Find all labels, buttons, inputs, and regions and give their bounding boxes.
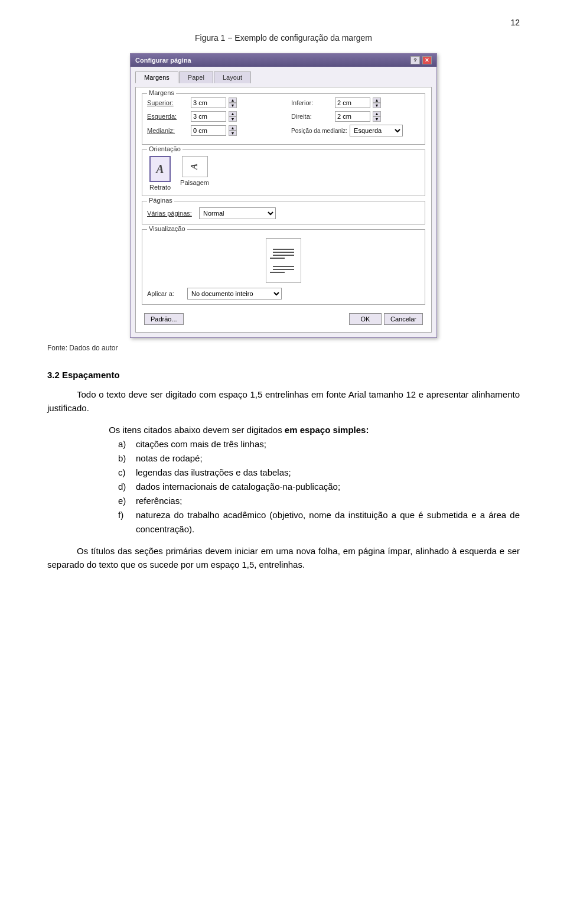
ok-button[interactable]: OK bbox=[349, 313, 382, 325]
preview-line-6 bbox=[273, 269, 295, 270]
apply-label: Aplicar a: bbox=[147, 290, 183, 297]
inferior-input[interactable] bbox=[335, 97, 370, 108]
list-item-a: a) citações com mais de três linhas; bbox=[118, 437, 520, 451]
list-item-text-c: legendas das ilustrações e das tabelas; bbox=[136, 466, 291, 480]
retrato-icon[interactable]: A bbox=[149, 156, 171, 182]
direita-label: Direita: bbox=[291, 113, 333, 120]
medianiz-label: Medianiz: bbox=[147, 127, 188, 134]
page-preview bbox=[266, 238, 301, 283]
superior-input[interactable] bbox=[191, 97, 226, 108]
viz-legend: Visualização bbox=[147, 225, 187, 232]
page-number: 12 bbox=[47, 18, 520, 27]
esquerda-up[interactable]: ▲ bbox=[229, 111, 237, 116]
preview-line-2 bbox=[273, 252, 295, 253]
esquerda-down[interactable]: ▼ bbox=[229, 116, 237, 122]
list-item-text-f: natureza do trabalho acadêmico (objetivo… bbox=[136, 508, 520, 536]
direita-input[interactable] bbox=[335, 111, 370, 122]
medianiz-input[interactable] bbox=[191, 125, 226, 136]
medianiz-up[interactable]: ▲ bbox=[229, 125, 237, 131]
ok-cancel-buttons: OK Cancelar bbox=[349, 313, 423, 325]
posicao-label: Posição da medianiz: bbox=[291, 128, 347, 134]
list-intro-bold: em espaço simples: bbox=[285, 425, 369, 435]
apply-dropdown[interactable]: No documento inteiro bbox=[187, 288, 282, 300]
orientation-row: A Retrato A Paisagem bbox=[149, 156, 420, 191]
margins-row-1: Superior: ▲ ▼ Inferior: ▲ bbox=[147, 97, 420, 108]
dialog-tabs: Margens Papel Layout bbox=[135, 71, 432, 83]
orientation-section: Orientação A Retrato A Paisage bbox=[142, 149, 425, 196]
posicao-dropdown[interactable]: Esquerda bbox=[350, 125, 403, 136]
paisagem-icon[interactable]: A bbox=[182, 156, 208, 177]
list-item-text-d: dados internacionais de catalogação-na-p… bbox=[136, 480, 340, 494]
margins-section: Margens Superior: ▲ ▼ Inferior: bbox=[142, 93, 425, 145]
list-section: Os itens citados abaixo devem ser digita… bbox=[47, 423, 520, 536]
section-heading: 3.2 Espaçamento bbox=[47, 370, 520, 380]
pages-section: Páginas Várias páginas: Normal bbox=[142, 201, 425, 225]
tab-papel[interactable]: Papel bbox=[179, 71, 213, 83]
default-button[interactable]: Padrão... bbox=[144, 313, 184, 325]
list-item-label-b: b) bbox=[118, 451, 136, 466]
direita-down[interactable]: ▼ bbox=[373, 116, 381, 122]
pages-dropdown[interactable]: Normal bbox=[199, 207, 276, 219]
preview-line-1 bbox=[273, 249, 295, 250]
list-item-d: d) dados internacionais de catalogação-n… bbox=[118, 480, 520, 494]
figure-caption: Figura 1 − Exemplo de configuração da ma… bbox=[47, 33, 520, 43]
apply-row: Aplicar a: No documento inteiro bbox=[147, 288, 420, 300]
tab-margens[interactable]: Margens bbox=[135, 71, 178, 83]
direita-field-group: Direita: ▲ ▼ bbox=[291, 111, 420, 122]
preview-line-4 bbox=[270, 258, 285, 259]
close-button[interactable]: ✕ bbox=[422, 56, 432, 64]
esquerda-input[interactable] bbox=[191, 111, 226, 122]
dialog-bottom: Padrão... OK Cancelar bbox=[142, 310, 425, 326]
list-items: a) citações com mais de três linhas; b) … bbox=[118, 437, 520, 536]
paragraph-3: Os títulos das seções primárias devem in… bbox=[47, 545, 520, 571]
orientation-legend: Orientação bbox=[147, 145, 183, 152]
medianiz-spinner[interactable]: ▲ ▼ bbox=[229, 125, 237, 136]
inferior-field-group: Inferior: ▲ ▼ bbox=[291, 97, 420, 108]
retrato-label: Retrato bbox=[149, 184, 171, 191]
help-button[interactable]: ? bbox=[410, 56, 420, 64]
list-item-text-e: referências; bbox=[136, 494, 182, 508]
inferior-label: Inferior: bbox=[291, 99, 333, 106]
superior-up[interactable]: ▲ bbox=[229, 97, 237, 103]
inferior-spinner[interactable]: ▲ ▼ bbox=[373, 97, 381, 108]
list-item-label-a: a) bbox=[118, 437, 136, 451]
list-intro: Os itens citados abaixo devem ser digita… bbox=[47, 423, 520, 437]
cancel-button[interactable]: Cancelar bbox=[384, 313, 423, 325]
list-item-text-a: citações com mais de três linhas; bbox=[136, 437, 266, 451]
pages-legend: Páginas bbox=[147, 197, 174, 204]
pages-row: Várias páginas: Normal bbox=[147, 207, 420, 219]
preview-line-3 bbox=[273, 255, 295, 256]
superior-label: Superior: bbox=[147, 99, 188, 106]
direita-spinner[interactable]: ▲ ▼ bbox=[373, 111, 381, 122]
preview-line-7 bbox=[270, 272, 285, 273]
direita-up[interactable]: ▲ bbox=[373, 111, 381, 116]
retrato-option[interactable]: A Retrato bbox=[149, 156, 171, 191]
title-controls: ? ✕ bbox=[410, 56, 432, 64]
superior-spinner[interactable]: ▲ ▼ bbox=[229, 97, 237, 108]
medianiz-down[interactable]: ▼ bbox=[229, 131, 237, 136]
visualization-section: Visualização Aplicar a: bbox=[142, 229, 425, 305]
dialog-content: Margens Superior: ▲ ▼ Inferior: bbox=[135, 87, 432, 333]
preview-line-5 bbox=[273, 266, 295, 267]
list-item-text-b: notas de rodapé; bbox=[136, 451, 203, 466]
superior-down[interactable]: ▼ bbox=[229, 103, 237, 108]
inferior-down[interactable]: ▼ bbox=[373, 103, 381, 108]
margins-row-2: Esquerda: ▲ ▼ Direita: ▲ bbox=[147, 111, 420, 122]
list-item-c: c) legendas das ilustrações e das tabela… bbox=[118, 466, 520, 480]
list-item-b: b) notas de rodapé; bbox=[118, 451, 520, 466]
figure-source: Fonte: Dados do autor bbox=[47, 344, 520, 352]
paragraph-1: Todo o texto deve ser digitado com espaç… bbox=[47, 388, 520, 415]
list-item-label-c: c) bbox=[118, 466, 136, 480]
tab-layout[interactable]: Layout bbox=[214, 71, 251, 83]
esquerda-spinner[interactable]: ▲ ▼ bbox=[229, 111, 237, 122]
esquerda-label: Esquerda: bbox=[147, 113, 188, 120]
list-item-e: e) referências; bbox=[118, 494, 520, 508]
paisagem-option[interactable]: A Paisagem bbox=[180, 156, 209, 191]
medianiz-field-group: Medianiz: ▲ ▼ bbox=[147, 125, 276, 136]
dialog-title: Configurar página bbox=[135, 57, 191, 64]
dialog-titlebar: Configurar página ? ✕ bbox=[131, 54, 436, 67]
inferior-up[interactable]: ▲ bbox=[373, 97, 381, 103]
posicao-field-group: Posição da medianiz: Esquerda bbox=[291, 125, 420, 136]
margins-legend: Margens bbox=[147, 89, 176, 96]
paisagem-label: Paisagem bbox=[180, 179, 209, 186]
